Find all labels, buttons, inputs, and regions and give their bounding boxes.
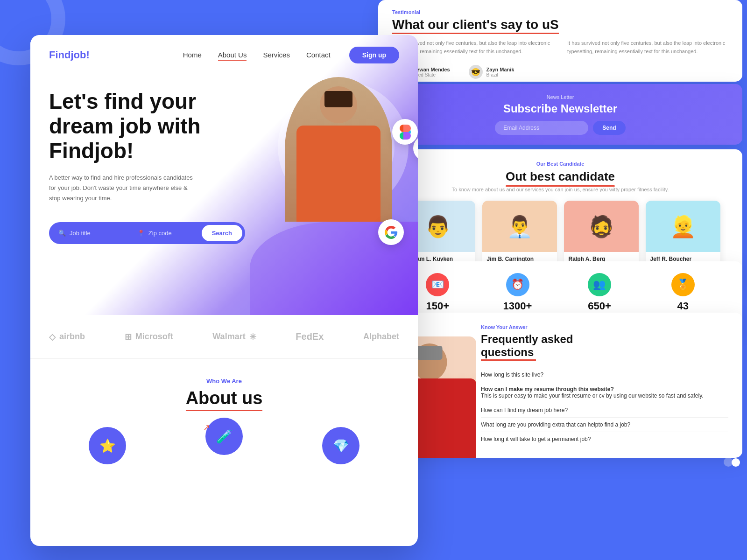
stat-awards: 🏅 43 Awards Winning bbox=[664, 273, 701, 318]
airbnb-label: airbnb bbox=[59, 332, 85, 342]
nav-links: Home About Us Services Contact bbox=[183, 51, 331, 59]
newsletter-title: Subscribe Newsletter bbox=[503, 102, 617, 115]
brand-walmart: Walmart ✳ bbox=[212, 332, 256, 342]
newsletter-form: Send bbox=[495, 121, 625, 135]
stat-hours-number: 1300+ bbox=[500, 300, 535, 312]
newsletter-label: News Letter bbox=[547, 94, 574, 100]
candidates-subtitle: To know more about us and our services y… bbox=[392, 187, 728, 192]
microsoft-icon: ⊞ bbox=[125, 332, 132, 342]
stats-row: 📧 150+ Completed Jobs ⏰ 1300+ Working Ho… bbox=[397, 273, 724, 318]
brand-airbnb: ◇ airbnb bbox=[49, 332, 85, 342]
testimonial-title: What our client's say to uS bbox=[392, 17, 559, 32]
stat-jobs-number: 150+ bbox=[419, 300, 457, 312]
white-dot-decoration bbox=[732, 458, 740, 467]
hero-content: Let's find your dream job with Findjob! … bbox=[30, 75, 418, 244]
reviewer-2: 😎 Zayn Manik Brazil bbox=[469, 65, 514, 79]
about-title-wrap: About us bbox=[49, 385, 399, 408]
candidates-label: Our Best Candidate bbox=[392, 161, 728, 167]
nav-about[interactable]: About Us bbox=[218, 51, 247, 59]
faq-item-2-question[interactable]: How can I make my resume through this we… bbox=[481, 386, 614, 392]
walmart-icon: ✳ bbox=[249, 332, 256, 342]
signup-button[interactable]: Sign up bbox=[349, 47, 399, 63]
candidate-2-img: 👨‍💼 bbox=[482, 201, 557, 252]
search-button[interactable]: Search bbox=[202, 225, 242, 241]
navbar: Findjob! Home About Us Services Contact … bbox=[30, 35, 418, 75]
reviewer-2-info: Zayn Manik Brazil bbox=[486, 67, 514, 77]
hero-subtitle: A better way to find and hire profession… bbox=[49, 173, 198, 203]
testimonial-panel: Testimonial What our client's say to uS … bbox=[378, 0, 742, 82]
search-icon: 🔍 bbox=[58, 230, 66, 237]
faq-person-glasses bbox=[417, 346, 443, 360]
about-icons-row: ⭐ 🧪 💎 bbox=[49, 427, 399, 464]
candidate-2: 👨‍💼 Jim B. Carrington App Engineer bbox=[482, 201, 557, 271]
walmart-label: Walmart bbox=[212, 332, 245, 342]
reviewer-2-country: Brazil bbox=[486, 72, 514, 77]
faq-title-wrap: Frequently askedquestions bbox=[481, 333, 573, 361]
candidates-title-wrap: Out best candidate bbox=[392, 167, 728, 187]
fedex-label: FedEx bbox=[296, 331, 324, 342]
faq-item-5[interactable]: How long it will take to get a permanent… bbox=[481, 432, 728, 446]
zip-placeholder[interactable]: Zip code bbox=[148, 230, 172, 237]
faq-list: How long is this site live? How can I ma… bbox=[481, 368, 728, 446]
stat-hours-icon: ⏰ bbox=[506, 273, 529, 296]
stat-awards-number: 43 bbox=[664, 300, 701, 312]
alphabet-label: Alphabet bbox=[363, 332, 399, 342]
hero-title: Let's find your dream job with Findjob! bbox=[49, 89, 226, 163]
candidate-3: 🧔 Ralph A. Berg Web Engineer bbox=[564, 201, 639, 271]
newsletter-send-button[interactable]: Send bbox=[593, 121, 625, 135]
about-icon-center-wrap: 🧪 bbox=[205, 418, 243, 455]
about-icon-2: 🧪 bbox=[205, 418, 243, 455]
microsoft-label: Microsoft bbox=[135, 332, 173, 342]
brand-alphabet: Alphabet bbox=[363, 332, 399, 342]
arrow-decoration: ↗ bbox=[203, 422, 210, 433]
candidates-grid: 👨 William L. Kuyken Product Designer 👨‍💼… bbox=[392, 201, 728, 271]
testimonial-label: Testimonial bbox=[392, 9, 728, 15]
main-site-card: Findjob! Home About Us Services Contact … bbox=[30, 35, 418, 546]
newsletter-email-input[interactable] bbox=[495, 121, 588, 135]
stat-customers: 👥 650+ Happy Customers bbox=[579, 273, 620, 318]
faq-label: Know Your Answer bbox=[481, 324, 728, 330]
job-title-placeholder[interactable]: Job title bbox=[70, 230, 91, 237]
logo[interactable]: Findjob! bbox=[49, 49, 90, 61]
about-label: Who We Are bbox=[49, 378, 399, 385]
faq-item-2-answer: This is super easy to make your first re… bbox=[481, 392, 704, 399]
stat-jobs: 📧 150+ Completed Jobs bbox=[419, 273, 457, 318]
right-section: Testimonial What our client's say to uS … bbox=[378, 0, 747, 560]
airbnb-icon: ◇ bbox=[49, 332, 56, 342]
faq-item-1[interactable]: How long is this site live? bbox=[481, 368, 728, 382]
candidates-title: Out best candidate bbox=[506, 169, 615, 184]
brands-section: ◇ airbnb ⊞ Microsoft Walmart ✳ FedEx Alp… bbox=[30, 315, 418, 359]
candidate-3-img: 🧔 bbox=[564, 201, 639, 252]
about-icon-3: 💎 bbox=[322, 427, 359, 464]
nav-home[interactable]: Home bbox=[183, 51, 202, 59]
about-icon-1: ⭐ bbox=[89, 427, 126, 464]
job-field: 🔍 Job title bbox=[58, 230, 123, 237]
stat-jobs-icon: 📧 bbox=[426, 273, 449, 296]
about-title: About us bbox=[186, 388, 263, 408]
stat-awards-icon: 🏅 bbox=[671, 273, 695, 296]
reviewer-2-name: Zayn Manik bbox=[486, 67, 514, 72]
faq-item-3[interactable]: How can I find my dream job here? bbox=[481, 403, 728, 418]
candidate-4: 👱 Jeff R. Boucher Graphic Designer bbox=[646, 201, 720, 271]
search-bar: 🔍 Job title 📍 Zip code Search bbox=[49, 222, 245, 244]
brand-microsoft: ⊞ Microsoft bbox=[125, 332, 173, 342]
about-section: Who We Are About us ⭐ 🧪 💎 ↗ bbox=[30, 359, 418, 483]
faq-item-2: How can I make my resume through this we… bbox=[481, 382, 728, 403]
stat-hours: ⏰ 1300+ Working Hours bbox=[500, 273, 535, 318]
location-icon: 📍 bbox=[137, 230, 145, 237]
faq-title: Frequently askedquestions bbox=[481, 333, 573, 359]
nav-services[interactable]: Services bbox=[263, 51, 290, 59]
newsletter-panel: News Letter Subscribe Newsletter Send bbox=[378, 84, 742, 145]
brands-row: ◇ airbnb ⊞ Microsoft Walmart ✳ FedEx Alp… bbox=[49, 331, 399, 342]
zip-field: 📍 Zip code bbox=[137, 230, 202, 237]
faq-item-4[interactable]: What long are you providing extra that c… bbox=[481, 418, 728, 432]
search-divider bbox=[130, 228, 130, 238]
brand-fedex: FedEx bbox=[296, 331, 324, 342]
testimonial-text-2: It has survived not only five centuries,… bbox=[567, 39, 728, 56]
stat-customers-number: 650+ bbox=[579, 300, 620, 312]
faq-panel: Know Your Answer Frequently askedquestio… bbox=[378, 313, 742, 458]
nav-contact[interactable]: Contact bbox=[306, 51, 331, 59]
candidate-4-img: 👱 bbox=[646, 201, 720, 252]
reviewer-2-avatar: 😎 bbox=[469, 65, 483, 79]
stat-customers-icon: 👥 bbox=[588, 273, 611, 296]
